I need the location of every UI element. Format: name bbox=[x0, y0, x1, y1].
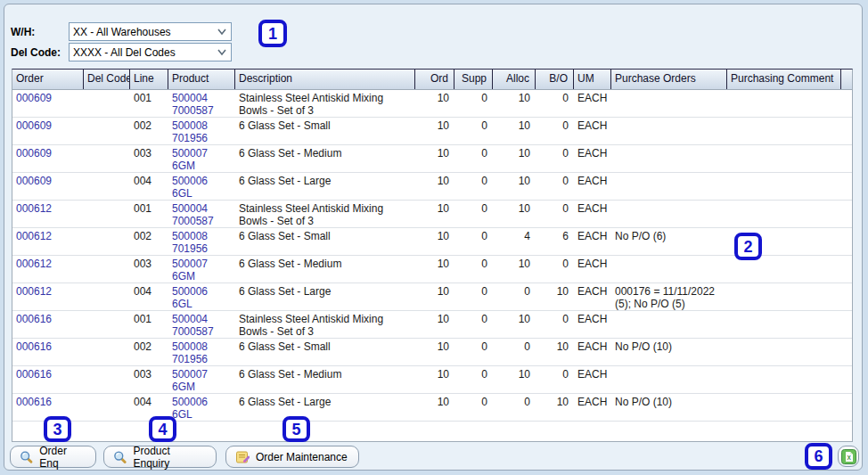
product-code: 500008 bbox=[172, 119, 232, 132]
del-code-cell bbox=[84, 366, 130, 393]
supp-cell: 0 bbox=[454, 256, 493, 283]
product-link[interactable]: 500008701956 bbox=[168, 228, 235, 255]
supp-cell: 0 bbox=[454, 394, 493, 421]
purchasing-comment-cell bbox=[727, 339, 841, 365]
order-link[interactable]: 000609 bbox=[12, 173, 84, 200]
product-enquiry-button[interactable]: Product Enquiry bbox=[103, 446, 217, 468]
order-link[interactable]: 000612 bbox=[12, 201, 84, 227]
table-row[interactable]: 0006120045000066GL6 Glass Set - Large100… bbox=[12, 283, 852, 311]
product-link[interactable]: 5000066GL bbox=[168, 394, 235, 421]
column-header-description[interactable]: Description bbox=[235, 70, 415, 89]
purchase-orders-cell bbox=[611, 201, 727, 227]
product-alt-code: 6GL bbox=[172, 298, 232, 310]
ord-cell: 10 bbox=[415, 311, 454, 338]
supp-cell: 0 bbox=[454, 283, 493, 310]
line-cell: 003 bbox=[130, 256, 168, 283]
table-row[interactable]: 0006090025000087019566 Glass Set - Small… bbox=[12, 118, 852, 145]
supp-cell: 0 bbox=[454, 145, 493, 172]
ord-cell: 10 bbox=[415, 339, 454, 365]
order-link[interactable]: 000616 bbox=[12, 366, 84, 393]
column-header-purchase_orders[interactable]: Purchase Orders bbox=[611, 70, 727, 89]
order-enq-label: Order Enq bbox=[39, 445, 86, 470]
del-code-cell bbox=[84, 173, 130, 200]
column-header-bo[interactable]: B/O bbox=[536, 70, 574, 89]
column-header-order[interactable]: Order bbox=[12, 70, 84, 89]
column-header-product[interactable]: Product bbox=[168, 70, 235, 89]
wh-dropdown[interactable]: XX - All Warehouses bbox=[69, 22, 232, 41]
bo-cell: 0 bbox=[536, 201, 574, 227]
annotation-1: 1 bbox=[258, 20, 287, 47]
table-row[interactable]: 0006160045000066GL6 Glass Set - Large100… bbox=[12, 394, 852, 422]
order-link[interactable]: 000612 bbox=[12, 283, 84, 310]
table-row[interactable]: 0006160035000076GM6 Glass Set - Medium10… bbox=[12, 366, 852, 394]
column-header-purchasing_comment[interactable]: Purchasing Comment bbox=[727, 70, 841, 89]
supp-cell: 0 bbox=[454, 90, 493, 117]
order-link[interactable]: 000609 bbox=[12, 118, 84, 144]
table-row[interactable]: 0006120015000047000587Stainless Steel An… bbox=[12, 201, 852, 228]
table-row[interactable]: 0006090015000047000587Stainless Steel An… bbox=[12, 90, 852, 118]
um-cell: EACH bbox=[574, 118, 611, 144]
purchase-orders-cell: No P/O (6) bbox=[611, 228, 727, 255]
line-cell: 002 bbox=[130, 118, 168, 144]
supp-cell: 0 bbox=[454, 173, 493, 200]
supp-cell: 0 bbox=[454, 311, 493, 338]
order-link[interactable]: 000609 bbox=[12, 145, 84, 172]
column-header-ord[interactable]: Ord bbox=[415, 70, 454, 89]
table-row[interactable]: 0006090035000076GM6 Glass Set - Medium10… bbox=[12, 145, 852, 173]
order-link[interactable]: 000616 bbox=[12, 339, 84, 365]
excel-export-button[interactable]: X bbox=[838, 446, 859, 467]
product-link[interactable]: 5000066GL bbox=[168, 173, 235, 200]
table-row[interactable]: 0006120035000076GM6 Glass Set - Medium10… bbox=[12, 256, 852, 283]
product-alt-code: 6GM bbox=[172, 381, 232, 393]
purchasing-comment-cell bbox=[727, 90, 841, 117]
column-header-um[interactable]: UM bbox=[574, 70, 611, 89]
order-link[interactable]: 000612 bbox=[12, 256, 84, 283]
description-cell: 6 Glass Set - Medium bbox=[235, 366, 415, 393]
del-code-cell bbox=[84, 201, 130, 227]
product-link[interactable]: 5000047000587 bbox=[168, 311, 235, 338]
order-maintenance-button[interactable]: Order Maintenance bbox=[225, 446, 359, 468]
table-row[interactable]: 0006090045000066GL6 Glass Set - Large100… bbox=[12, 173, 852, 201]
product-link[interactable]: 5000066GL bbox=[168, 283, 235, 310]
bo-cell: 0 bbox=[536, 311, 574, 338]
product-code: 500006 bbox=[172, 285, 232, 298]
line-cell: 003 bbox=[130, 366, 168, 393]
purchase-orders-cell: No P/O (10) bbox=[611, 394, 727, 421]
product-link[interactable]: 5000076GM bbox=[168, 366, 235, 393]
line-cell: 004 bbox=[130, 173, 168, 200]
header-filler bbox=[841, 70, 852, 89]
purchase-orders-cell bbox=[611, 118, 727, 144]
order-link[interactable]: 000612 bbox=[12, 228, 84, 255]
table-row[interactable]: 0006160025000087019566 Glass Set - Small… bbox=[12, 339, 852, 366]
ord-cell: 10 bbox=[415, 283, 454, 310]
column-header-line[interactable]: Line bbox=[130, 70, 168, 89]
table-row[interactable]: 0006160015000047000587Stainless Steel An… bbox=[12, 311, 852, 339]
column-header-supp[interactable]: Supp bbox=[454, 70, 493, 89]
product-link[interactable]: 5000047000587 bbox=[168, 90, 235, 117]
product-link[interactable]: 5000076GM bbox=[168, 145, 235, 172]
product-link[interactable]: 500008701956 bbox=[168, 339, 235, 365]
purchase-orders-cell bbox=[611, 311, 727, 338]
product-link[interactable]: 500008701956 bbox=[168, 118, 235, 144]
product-alt-code: 7000587 bbox=[172, 215, 232, 227]
order-lines-table: OrderDel CodeLineProductDescriptionOrdSu… bbox=[12, 69, 853, 442]
product-link[interactable]: 5000047000587 bbox=[168, 201, 235, 227]
um-cell: EACH bbox=[574, 339, 611, 365]
del-code-dropdown[interactable]: XXXX - All Del Codes bbox=[69, 43, 232, 61]
bo-cell: 0 bbox=[536, 366, 574, 393]
order-link[interactable]: 000609 bbox=[12, 90, 84, 117]
order-link[interactable]: 000616 bbox=[12, 311, 84, 338]
table-row[interactable]: 0006120025000087019566 Glass Set - Small… bbox=[12, 228, 852, 256]
supp-cell: 0 bbox=[454, 118, 493, 144]
purchase-orders-cell bbox=[611, 145, 727, 172]
del-code-cell bbox=[84, 256, 130, 283]
um-cell: EACH bbox=[574, 256, 611, 283]
order-enq-button[interactable]: Order Enq bbox=[10, 446, 96, 468]
del-code-dropdown-value: XXXX - All Del Codes bbox=[73, 46, 176, 59]
product-code: 500007 bbox=[172, 368, 232, 381]
um-cell: EACH bbox=[574, 90, 611, 117]
column-header-alloc[interactable]: Alloc bbox=[493, 70, 536, 89]
excel-export-icon: X bbox=[841, 449, 856, 464]
product-link[interactable]: 5000076GM bbox=[168, 256, 235, 283]
column-header-del_code[interactable]: Del Code bbox=[84, 70, 130, 89]
